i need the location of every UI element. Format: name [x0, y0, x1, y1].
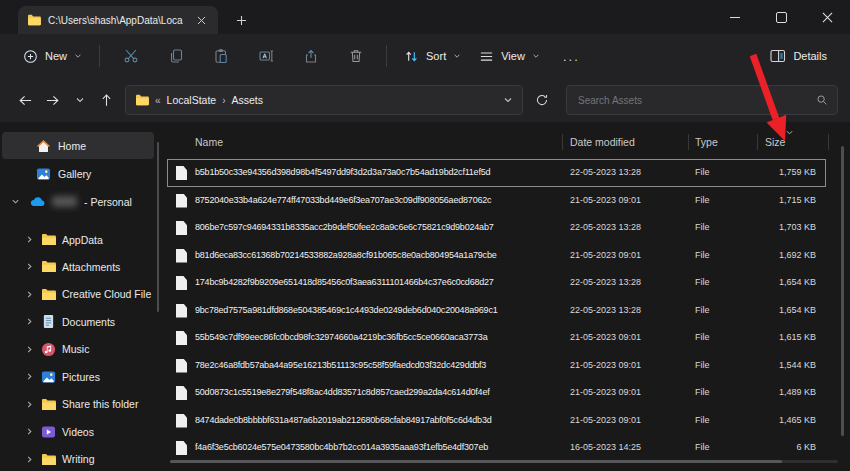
- up-button[interactable]: [93, 86, 120, 114]
- file-row[interactable]: f4a6f3e5cb6024e575e0473580bc4bb7b2cc014a…: [167, 434, 826, 462]
- file-row[interactable]: b81d6eca83cc61368b70214533882a928a8cf91b…: [167, 242, 826, 270]
- sidebar-item-label: Share this folder: [62, 398, 138, 410]
- column-divider[interactable]: [828, 134, 829, 150]
- breadcrumb-assets[interactable]: Assets: [232, 94, 264, 106]
- sidebar-scrollbar[interactable]: [157, 142, 159, 312]
- sidebar-item-label: Pictures: [62, 371, 100, 383]
- sidebar-item-music[interactable]: Music: [2, 336, 154, 363]
- sidebar-item-onedrive-personal[interactable]: - Personal: [2, 188, 154, 215]
- main-area: Home Gallery - Personal: [0, 122, 850, 471]
- expand-chevron-icon[interactable]: [24, 344, 34, 354]
- column-header-name[interactable]: Name: [195, 130, 223, 154]
- sidebar-item-share-this-folder[interactable]: Share this folder: [2, 391, 154, 418]
- file-icon: [176, 414, 187, 428]
- up-arrow-icon: [100, 93, 113, 107]
- sidebar-item-attachments[interactable]: Attachments: [2, 253, 154, 280]
- file-type: File: [695, 407, 710, 435]
- vertical-scrollbar[interactable]: [841, 146, 844, 436]
- expand-chevron-icon[interactable]: [24, 454, 34, 464]
- sidebar-item-writing[interactable]: Writing: [2, 446, 154, 471]
- file-name: 78e2c46a8fdb57aba44a95e16213b51113c95c58…: [195, 352, 486, 380]
- sidebar-item-pictures[interactable]: Pictures: [2, 363, 154, 390]
- file-icon: [176, 249, 187, 263]
- search-icon[interactable]: [816, 94, 828, 106]
- column-header-type[interactable]: Type: [695, 130, 718, 154]
- music-icon: [40, 341, 56, 357]
- expand-chevron-icon[interactable]: [24, 372, 34, 382]
- file-date: 21-05-2023 09:01: [570, 324, 641, 352]
- minimize-button[interactable]: [712, 0, 758, 34]
- rename-button[interactable]: [243, 40, 288, 72]
- file-row[interactable]: 174bc9b4282f9b9209e651418d85456c0f3aea63…: [167, 269, 826, 297]
- file-row[interactable]: 50d0873c1c5519e8e279f548f8ac4dd83571c8d8…: [167, 379, 826, 407]
- search-box[interactable]: [566, 85, 838, 115]
- horizontal-scrollbar-thumb[interactable]: [170, 460, 782, 463]
- address-bar: « LocalState › Assets: [0, 78, 850, 122]
- recent-locations-button[interactable]: [66, 86, 93, 114]
- search-input[interactable]: [576, 94, 810, 107]
- details-button-label: Details: [793, 50, 827, 62]
- column-header-date[interactable]: Date modified: [570, 130, 635, 154]
- share-button[interactable]: [288, 40, 333, 72]
- file-row[interactable]: 806be7c597c94694331b8335acc2b9def50fee2c…: [167, 214, 826, 242]
- column-header-size[interactable]: Size: [765, 130, 785, 154]
- sidebar-item-appdata[interactable]: AppData: [2, 226, 154, 253]
- file-row[interactable]: 55b549c7df99eec86fc0bcd98fc32974660a4219…: [167, 324, 826, 352]
- file-icon: [176, 331, 187, 345]
- file-list-pane: Name Date modified Type Size b5b1b50c33e…: [165, 122, 850, 471]
- file-row[interactable]: 9bc78ed7575a981dfd868e504385469c1c4493de…: [167, 297, 826, 325]
- column-divider[interactable]: [757, 134, 758, 150]
- new-tab-button[interactable]: [230, 9, 252, 31]
- file-size: 1,703 KB: [779, 214, 816, 242]
- sort-button-label: Sort: [426, 50, 446, 62]
- view-button[interactable]: View: [470, 40, 549, 72]
- breadcrumb-overflow[interactable]: «: [155, 95, 161, 106]
- paste-button[interactable]: [198, 40, 243, 72]
- file-row[interactable]: 8752040e33b4a624e774ff47033bd449e6f3ea70…: [167, 187, 826, 215]
- expand-chevron-icon[interactable]: [24, 289, 34, 299]
- details-button[interactable]: Details: [761, 40, 836, 72]
- breadcrumb-bar[interactable]: « LocalState › Assets: [125, 85, 523, 115]
- tab-folder-icon: [27, 14, 41, 26]
- breadcrumb-localstate[interactable]: LocalState: [167, 94, 217, 106]
- delete-button[interactable]: [333, 40, 378, 72]
- copy-button[interactable]: [153, 40, 198, 72]
- back-button[interactable]: [12, 86, 39, 114]
- sidebar-item-gallery[interactable]: Gallery: [2, 160, 154, 187]
- column-divider[interactable]: [562, 134, 563, 150]
- expand-chevron-icon[interactable]: [24, 235, 34, 245]
- sidebar-item-creative-cloud[interactable]: Creative Cloud File: [2, 281, 154, 308]
- refresh-button[interactable]: [527, 86, 557, 114]
- cut-button[interactable]: [108, 40, 153, 72]
- new-button[interactable]: New: [14, 40, 91, 72]
- sidebar-item-home[interactable]: Home: [2, 132, 154, 159]
- maximize-button[interactable]: [758, 0, 804, 34]
- address-dropdown-chevron-icon[interactable]: [503, 95, 513, 105]
- sidebar-item-label: Writing: [62, 453, 94, 465]
- file-date: 21-05-2023 09:01: [570, 407, 641, 435]
- sidebar-item-videos[interactable]: Videos: [2, 418, 154, 445]
- file-date: 22-05-2023 13:28: [570, 269, 641, 297]
- file-row[interactable]: b5b1b50c33e94356d398d98b4f5497dd9f3d2d3a…: [167, 159, 826, 187]
- explorer-tab[interactable]: C:\Users\shash\AppData\Loca: [18, 6, 218, 34]
- sort-indicator-chevron-icon[interactable]: [785, 128, 794, 137]
- file-row[interactable]: 8474dade0b8bbbbf631a487a6b2019ab212680b6…: [167, 407, 826, 435]
- column-divider[interactable]: [688, 134, 689, 150]
- expand-chevron-icon[interactable]: [24, 317, 34, 327]
- close-button[interactable]: [804, 0, 850, 34]
- folder-icon: [40, 259, 56, 275]
- expand-chevron-icon[interactable]: [24, 262, 34, 272]
- file-row[interactable]: 78e2c46a8fdb57aba44a95e16213b51113c95c58…: [167, 352, 826, 380]
- expand-chevron-icon[interactable]: [24, 399, 34, 409]
- folder-icon: [40, 286, 56, 302]
- tab-close-icon[interactable]: [193, 12, 209, 28]
- forward-button[interactable]: [39, 86, 66, 114]
- file-explorer-window: C:\Users\shash\AppData\Loca New: [0, 0, 850, 471]
- videos-icon: [40, 424, 56, 440]
- expand-chevron-icon[interactable]: [24, 427, 34, 437]
- more-options-button[interactable]: ...: [549, 40, 594, 72]
- sort-button[interactable]: Sort: [395, 40, 470, 72]
- collapse-chevron-icon[interactable]: [10, 197, 20, 207]
- rename-icon: [258, 48, 274, 64]
- sidebar-item-documents[interactable]: Documents: [2, 308, 154, 335]
